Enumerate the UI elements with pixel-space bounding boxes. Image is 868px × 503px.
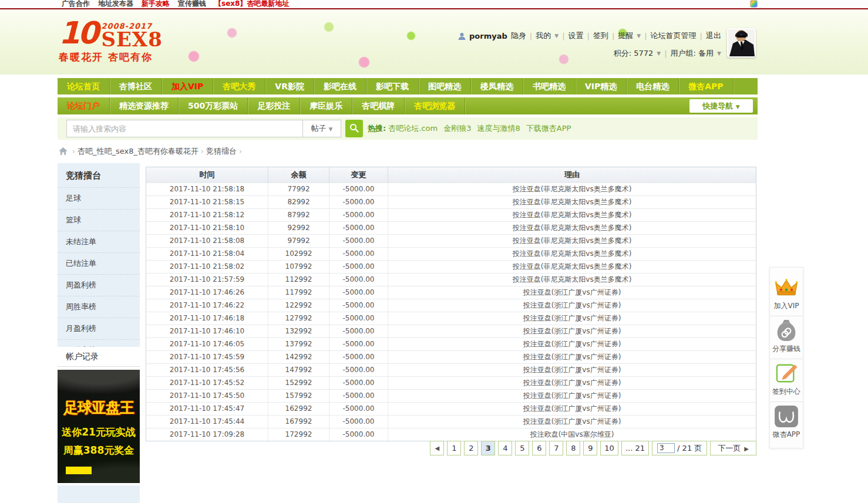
table-cell: 投注亚盘(浙江广厦vs广州证券) <box>388 416 756 428</box>
sidebar-item-account-records[interactable]: 帐户记录 <box>58 347 140 367</box>
browser-extension-icon[interactable] <box>750 0 758 8</box>
nav-item[interactable]: 论坛门户 <box>58 97 110 114</box>
user-link-1[interactable]: 隐身 <box>511 31 526 41</box>
search-button[interactable] <box>345 120 363 137</box>
home-icon[interactable] <box>59 147 68 156</box>
weixing-app-icon <box>770 404 803 428</box>
table-cell: 2017-11-10 17:45:50 <box>146 390 268 402</box>
table-cell: 147992 <box>268 364 329 376</box>
floatbar-item[interactable]: 加入VIP <box>770 274 803 316</box>
user-link-5[interactable]: 提醒 <box>618 31 633 41</box>
floatbar-item[interactable]: 分享赚钱 <box>770 316 803 359</box>
page-button[interactable]: 7 <box>549 441 563 455</box>
nav-item[interactable]: 摩臣娱乐 <box>300 97 352 114</box>
hot-search-link[interactable]: 下载微杏APP <box>526 124 571 133</box>
nav-item[interactable]: 杏吧大秀 <box>213 78 265 94</box>
quick-nav-button[interactable]: 快捷导航 ▼ <box>689 99 753 113</box>
user-link-2[interactable]: 我的 <box>536 31 551 41</box>
page-button-active[interactable]: 3 <box>481 441 495 455</box>
topbar-link[interactable]: 新手攻略 <box>142 0 170 8</box>
username[interactable]: pormyab <box>469 32 507 40</box>
nav-item[interactable]: 足彩投注 <box>248 97 300 114</box>
hot-search-link[interactable]: 金刚狼3 <box>443 124 471 133</box>
page-button[interactable]: 10 <box>600 441 618 455</box>
topbar-link[interactable]: 宣传赚钱 <box>178 0 206 8</box>
topbar-link[interactable]: 地址发布器 <box>98 0 133 8</box>
nav-item[interactable]: 500万彩票站 <box>179 97 248 114</box>
table-cell: 2017-11-10 17:45:56 <box>146 364 268 376</box>
page-jump-input[interactable] <box>657 443 675 453</box>
user-link-3[interactable]: 设置 <box>568 31 584 41</box>
nav-item[interactable]: 楼凤精选 <box>471 78 523 94</box>
page-button[interactable]: 2 <box>464 441 478 455</box>
user-stat-2[interactable]: 用户组: 备用 <box>671 48 714 59</box>
nav-item[interactable]: 影吧在线 <box>314 78 366 94</box>
table-cell: 2017-11-10 21:57:59 <box>146 274 268 286</box>
sidebar-bottom-panel <box>58 485 140 503</box>
nav-item[interactable]: 书吧精选 <box>523 78 576 94</box>
user-stat-1[interactable]: 积分: 5772 <box>614 48 654 59</box>
topbar-link[interactable]: 广告合作 <box>62 0 90 8</box>
page-button[interactable]: 5 <box>515 441 529 455</box>
table-cell: 投注亚盘(浙江广厦vs广州证券) <box>388 351 756 363</box>
page-button[interactable]: 8 <box>566 441 580 455</box>
sidebar-ad-banner[interactable]: 足球亚盘王 送你21元玩实战 周赢388元奖金 <box>58 370 140 483</box>
table-cell: 2017-11-10 17:45:59 <box>146 351 268 363</box>
search-input[interactable] <box>66 120 302 137</box>
nav-item[interactable]: VIP精选 <box>576 78 627 94</box>
nav-item[interactable]: 影吧下载 <box>366 78 419 94</box>
hot-search-label: 热搜: <box>368 124 386 133</box>
table-cell: -5000.00 <box>329 274 388 286</box>
table-cell: 投注亚盘(菲尼克斯太阳vs奥兰多魔术) <box>388 209 756 221</box>
table-row: 2017-11-10 21:58:0897992-5000.00投注亚盘(菲尼克… <box>146 234 756 247</box>
sidebar-item[interactable]: 已结注单 <box>58 252 140 274</box>
topbar-link[interactable]: 【sex8】杏吧最新地址 <box>214 0 289 8</box>
nav-item[interactable]: 杏博社区 <box>110 78 162 94</box>
user-link-7[interactable]: 退出 <box>706 31 721 41</box>
nav-item[interactable]: 论坛首页 <box>58 78 110 94</box>
table-cell: -5000.00 <box>329 248 388 260</box>
site-logo[interactable]: 10 2008-2017 SEX8 春暖花开 杏吧有你 <box>59 18 194 64</box>
table-cell: -5000.00 <box>329 351 388 363</box>
nav-item[interactable]: 微杏APP <box>679 78 733 94</box>
page-button[interactable]: 6 <box>532 441 546 455</box>
page-button[interactable]: 4 <box>498 441 512 455</box>
sidebar-item[interactable]: 未结注单 <box>58 231 140 252</box>
hot-search-link[interactable]: 速度与激情8 <box>477 124 520 133</box>
sidebar-item[interactable]: 足球 <box>58 187 140 209</box>
sidebar-item[interactable]: 周盈利榜 <box>58 274 140 296</box>
user-link-4[interactable]: 签到 <box>593 31 608 41</box>
search-type-select[interactable]: 帖子 ▼ <box>302 120 341 137</box>
table-cell: 157992 <box>268 390 329 402</box>
avatar[interactable] <box>727 28 756 58</box>
hot-search-link[interactable]: 杏吧论坛.com <box>388 124 438 133</box>
table-cell: 2017-11-10 17:45:52 <box>146 377 268 389</box>
breadcrumb-link[interactable]: 竞猜擂台 <box>206 147 237 156</box>
sidebar-item[interactable]: 周胜率榜 <box>58 296 140 318</box>
breadcrumb-link[interactable]: 杏吧_性吧_sex8_杏吧有你春暖花开 <box>78 147 199 156</box>
nav-item[interactable]: 精选资源推荐 <box>110 97 179 114</box>
next-page-button[interactable]: 下一页▶ <box>710 441 756 455</box>
nav-item[interactable]: 杏吧浏览器 <box>405 97 465 114</box>
sidebar-item[interactable]: 月盈利榜 <box>58 318 140 339</box>
breadcrumb: › 杏吧_性吧_sex8_杏吧有你春暖花开 › 竞猜擂台 › <box>59 146 242 157</box>
user-link-6[interactable]: 论坛首页管理 <box>651 31 697 41</box>
table-cell: 2017-11-10 17:46:18 <box>146 312 268 325</box>
table-cell: 投注亚盘(浙江广厦vs广州证券) <box>388 325 756 337</box>
chevron-down-icon: ▼ <box>736 104 740 110</box>
floatbar-item[interactable]: 微杏APP <box>770 401 803 444</box>
table-cell: 投注亚盘(菲尼克斯太阳vs奥兰多魔术) <box>388 248 756 260</box>
table-row: 2017-11-10 17:46:05137992-5000.00投注亚盘(浙江… <box>146 337 756 350</box>
prev-page-button[interactable]: ◀ <box>430 441 444 455</box>
page-ellipsis-button[interactable]: ... 21 <box>621 441 649 455</box>
nav-item[interactable]: 杏吧棋牌 <box>352 97 405 114</box>
nav-item[interactable]: 图吧精选 <box>419 78 471 94</box>
page-button[interactable]: 1 <box>447 441 461 455</box>
breadcrumb-separator: › <box>201 147 204 156</box>
floatbar-item[interactable]: 签到中心 <box>770 359 803 401</box>
nav-item[interactable]: VR影院 <box>265 78 314 94</box>
nav-item[interactable]: 加入VIP <box>162 78 213 94</box>
sidebar-item[interactable]: 篮球 <box>58 209 140 231</box>
page-button[interactable]: 9 <box>583 441 597 455</box>
nav-item[interactable]: 电台精选 <box>627 78 679 94</box>
